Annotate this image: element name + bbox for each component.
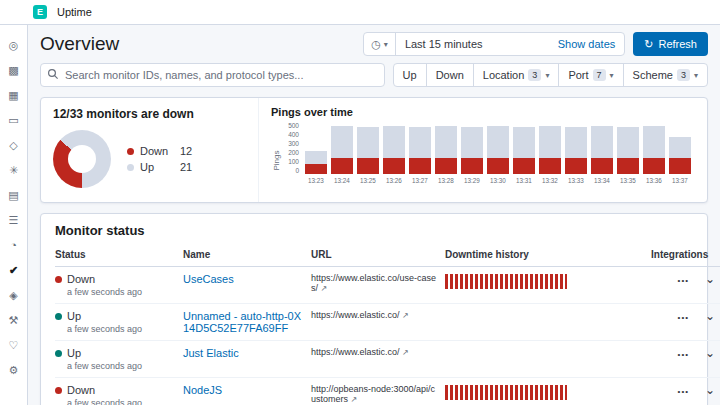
x-tick-label: 13:23 <box>303 177 329 184</box>
up-pings-segment <box>565 127 587 158</box>
refresh-button[interactable]: ↻ Refresh <box>633 32 708 56</box>
legend-label: Up <box>140 161 174 173</box>
filter-up-button[interactable]: Up <box>394 64 426 86</box>
down-legend-dot-icon <box>127 148 134 155</box>
pings-bar[interactable] <box>407 122 433 174</box>
stack-monitoring-icon[interactable]: ♡ <box>4 335 24 355</box>
chevron-down-icon: ▾ <box>545 71 549 80</box>
column-header-downtime-history: Downtime history <box>445 245 651 267</box>
siem-icon[interactable]: ◈ <box>4 285 24 305</box>
time-range-value[interactable]: Last 15 minutes <box>396 38 492 50</box>
monitor-table-body: Downa few seconds agoUseCaseshttps://www… <box>55 267 720 405</box>
maps-icon[interactable]: ◇ <box>4 135 24 155</box>
pings-bar[interactable] <box>615 122 641 174</box>
x-tick-label: 13:24 <box>329 177 355 184</box>
downtime-history-sparkline <box>445 274 567 289</box>
filter-down-button[interactable]: Down <box>426 64 473 86</box>
status-dot-icon <box>55 276 62 283</box>
column-header-integrations: Integrations <box>651 245 695 267</box>
status-label: Down <box>67 273 95 285</box>
column-header-url: URL <box>311 245 445 267</box>
integrations-menu-button[interactable]: ••• <box>678 387 689 396</box>
expand-row-chevron-icon[interactable]: ⌄ <box>705 348 715 358</box>
external-link-icon[interactable]: ↗ <box>321 284 328 293</box>
pings-bar[interactable] <box>485 122 511 174</box>
monitor-name-link[interactable]: Just Elastic <box>183 347 239 359</box>
chevron-down-icon: ▾ <box>384 40 388 49</box>
up-pings-segment <box>461 127 483 158</box>
pings-bar[interactable] <box>667 122 693 174</box>
integrations-menu-button[interactable]: ••• <box>678 276 689 285</box>
x-tick-label: 13:36 <box>641 177 667 184</box>
quick-select-menu-button[interactable]: ◷ ▾ <box>364 33 396 55</box>
visualize-icon[interactable]: ▩ <box>4 60 24 80</box>
filter-scheme-button[interactable]: Scheme 3 ▾ <box>623 64 707 86</box>
downtime-history-sparkline <box>445 385 567 400</box>
y-tick-label: 400 <box>281 131 299 138</box>
y-tick-label: 200 <box>281 149 299 156</box>
monitor-status-table: StatusNameURLDowntime historyIntegration… <box>55 245 720 405</box>
x-tick-label: 13:34 <box>589 177 615 184</box>
metrics-icon[interactable]: ▤ <box>4 185 24 205</box>
filter-port-button[interactable]: Port 7 ▾ <box>558 64 622 86</box>
x-tick-label: 13:26 <box>381 177 407 184</box>
chevron-down-icon: ▾ <box>694 71 698 80</box>
port-count-badge: 7 <box>593 69 606 81</box>
filter-group: Up Down Location 3 ▾ Port 7 ▾ Scheme 3 <box>393 63 708 87</box>
show-dates-link[interactable]: Show dates <box>558 38 624 50</box>
monitors-donut-chart[interactable] <box>53 130 111 188</box>
integrations-menu-button[interactable]: ••• <box>678 350 689 359</box>
dev-tools-icon[interactable]: ⚒ <box>4 310 24 330</box>
breadcrumb-app-name[interactable]: Uptime <box>57 6 92 18</box>
dashboard-icon[interactable]: ▦ <box>4 85 24 105</box>
monitor-name-link[interactable]: UseCases <box>183 273 234 285</box>
elastic-logo[interactable]: E <box>33 5 47 19</box>
discover-icon[interactable]: ◎ <box>4 35 24 55</box>
integrations-menu-button[interactable]: ••• <box>678 313 689 322</box>
monitor-row: Downa few seconds agoUseCaseshttps://www… <box>55 267 720 304</box>
y-tick-label: 300 <box>281 140 299 147</box>
up-pings-segment <box>513 127 535 158</box>
down-pings-segment <box>435 158 457 174</box>
x-tick-label: 13:28 <box>433 177 459 184</box>
pings-plot <box>303 122 693 174</box>
expand-row-chevron-icon[interactable]: ⌄ <box>705 311 715 321</box>
search-input[interactable] <box>40 63 385 87</box>
up-pings-segment <box>357 127 379 158</box>
up-pings-segment <box>539 126 561 158</box>
monitor-name-link[interactable]: Unnamed - auto-http-0X14D5C52E77FA69FF <box>183 310 301 334</box>
apm-icon[interactable]: ◔ <box>4 235 24 255</box>
filter-location-button[interactable]: Location 3 ▾ <box>473 64 559 86</box>
pings-bar[interactable] <box>433 122 459 174</box>
y-tick-label: 0 <box>281 167 299 174</box>
pings-bar[interactable] <box>381 122 407 174</box>
down-pings-segment <box>591 158 613 174</box>
pings-bar[interactable] <box>563 122 589 174</box>
logs-icon[interactable]: ☰ <box>4 210 24 230</box>
monitor-url: https://www.elastic.co/ <box>311 310 400 320</box>
external-link-icon[interactable]: ↗ <box>402 348 409 357</box>
pings-bar[interactable] <box>641 122 667 174</box>
uptime-icon[interactable]: ✔ <box>4 260 24 280</box>
machine-learning-icon[interactable]: ✳ <box>4 160 24 180</box>
down-pings-segment <box>409 158 431 174</box>
pings-bar[interactable] <box>303 122 329 174</box>
monitor-name-link[interactable]: NodeJS <box>183 384 222 396</box>
expand-row-chevron-icon[interactable]: ⌄ <box>705 274 715 284</box>
pings-bar[interactable] <box>459 122 485 174</box>
snapshot-panel: 12/33 monitors are down Down 12 Up 21 <box>40 97 708 203</box>
status-dot-icon <box>55 313 62 320</box>
pings-bar[interactable] <box>537 122 563 174</box>
canvas-icon[interactable]: ▭ <box>4 110 24 130</box>
pings-bar[interactable] <box>589 122 615 174</box>
pings-bar[interactable] <box>355 122 381 174</box>
pings-bar[interactable] <box>511 122 537 174</box>
x-tick-label: 13:33 <box>563 177 589 184</box>
pings-bar[interactable] <box>329 122 355 174</box>
expand-row-chevron-icon[interactable]: ⌄ <box>705 385 715 395</box>
management-icon[interactable]: ⚙ <box>4 360 24 380</box>
x-tick-label: 13:27 <box>407 177 433 184</box>
external-link-icon[interactable]: ↗ <box>351 395 358 404</box>
external-link-icon[interactable]: ↗ <box>402 311 409 320</box>
x-tick-label: 13:32 <box>537 177 563 184</box>
